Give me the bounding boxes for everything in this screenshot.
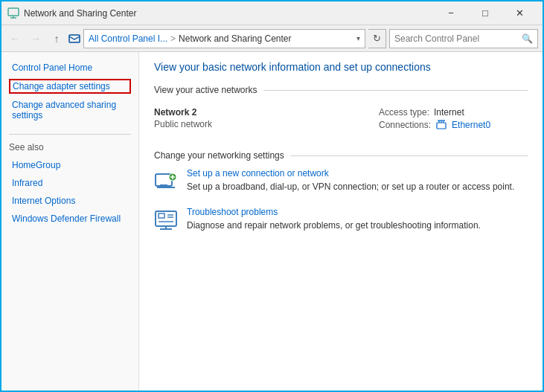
network-type: Public network	[154, 119, 379, 129]
troubleshoot-desc: Diagnose and repair network problems, or…	[187, 219, 481, 232]
homegroup-link[interactable]: HomeGroup	[9, 158, 131, 172]
access-type-label: Access type:	[379, 107, 429, 118]
main-container: Control Panel Home Change adapter settin…	[1, 52, 543, 392]
setup-connection-desc: Set up a broadband, dial-up, or VPN conn…	[187, 181, 514, 193]
back-button[interactable]: ←	[6, 30, 24, 48]
access-type-value: Internet	[434, 107, 464, 118]
infrared-link[interactable]: Infrared	[9, 176, 131, 190]
change-settings-header: Change your networking settings	[154, 150, 528, 161]
network-info: Network 2 Public network	[154, 107, 379, 129]
change-settings-label: Change your networking settings	[154, 150, 284, 161]
svg-rect-16	[159, 213, 164, 218]
title-bar-left: Network and Sharing Center	[7, 7, 136, 19]
svg-rect-4	[437, 123, 446, 129]
ethernet-icon	[435, 119, 447, 131]
refresh-button[interactable]: ↻	[368, 29, 386, 48]
change-adapter-settings-link[interactable]: Change adapter settings	[9, 79, 131, 94]
setup-connection-item: Set up a new connection or network Set u…	[154, 168, 528, 193]
breadcrumb-sep1: >	[170, 33, 176, 44]
search-input[interactable]	[394, 33, 519, 44]
settings-list: Set up a new connection or network Set u…	[154, 168, 528, 232]
see-also-label: See also	[9, 142, 131, 152]
sidebar-divider	[9, 134, 131, 135]
page-title: View your basic network information and …	[154, 61, 528, 73]
troubleshoot-item: Troubleshoot problems Diagnose and repai…	[154, 207, 528, 232]
address-bar-icon	[68, 33, 80, 45]
sidebar: Control Panel Home Change adapter settin…	[1, 52, 139, 392]
ethernet-link[interactable]: Ethernet0	[452, 120, 490, 130]
connections-label: Connections:	[379, 120, 431, 130]
active-networks-row: Network 2 Public network Access type: In…	[154, 103, 528, 135]
app-icon	[7, 7, 19, 19]
title-bar: Network and Sharing Center − □ ✕	[1, 1, 543, 25]
access-type-row: Access type: Internet	[379, 107, 464, 118]
change-advanced-sharing-link[interactable]: Change advanced sharing settings	[9, 98, 131, 122]
address-dropdown-icon[interactable]: ▾	[356, 34, 360, 42]
setup-connection-icon	[154, 170, 178, 193]
control-panel-home-link[interactable]: Control Panel Home	[9, 61, 131, 74]
network-name: Network 2	[154, 107, 379, 118]
setup-connection-content: Set up a new connection or network Set u…	[187, 168, 514, 193]
setup-connection-link[interactable]: Set up a new connection or network	[187, 168, 514, 179]
active-networks-header: View your active networks	[154, 85, 528, 95]
minimize-button[interactable]: −	[434, 1, 468, 25]
internet-options-link[interactable]: Internet Options	[9, 194, 131, 208]
svg-rect-3	[69, 35, 80, 42]
address-bar[interactable]: All Control Panel I... > Network and Sha…	[83, 29, 365, 48]
troubleshoot-icon	[154, 208, 178, 232]
troubleshoot-content: Troubleshoot problems Diagnose and repai…	[187, 207, 481, 232]
title-bar-controls: − □ ✕	[434, 1, 537, 25]
close-button[interactable]: ✕	[502, 1, 537, 25]
nav-bar: ← → ↑ All Control Panel I... > Network a…	[1, 25, 543, 52]
search-box[interactable]: 🔍	[389, 29, 538, 48]
search-icon[interactable]: 🔍	[522, 33, 533, 44]
troubleshoot-link[interactable]: Troubleshoot problems	[187, 207, 481, 217]
breadcrumb: All Control Panel I... > Network and Sha…	[89, 33, 292, 44]
active-networks-label: View your active networks	[154, 85, 257, 95]
maximize-button[interactable]: □	[468, 1, 502, 25]
connections-row: Connections: Ethernet0	[379, 119, 490, 131]
network-access: Access type: Internet Connections: Ether…	[379, 107, 528, 131]
breadcrumb-part1[interactable]: All Control Panel I...	[89, 33, 167, 44]
forward-button[interactable]: →	[27, 30, 45, 48]
content-area: View your basic network information and …	[139, 52, 543, 392]
windows-defender-firewall-link[interactable]: Windows Defender Firewall	[9, 212, 131, 225]
up-button[interactable]: ↑	[48, 30, 65, 48]
window-title: Network and Sharing Center	[24, 8, 136, 19]
breadcrumb-current: Network and Sharing Center	[179, 33, 291, 44]
svg-rect-0	[8, 8, 19, 16]
